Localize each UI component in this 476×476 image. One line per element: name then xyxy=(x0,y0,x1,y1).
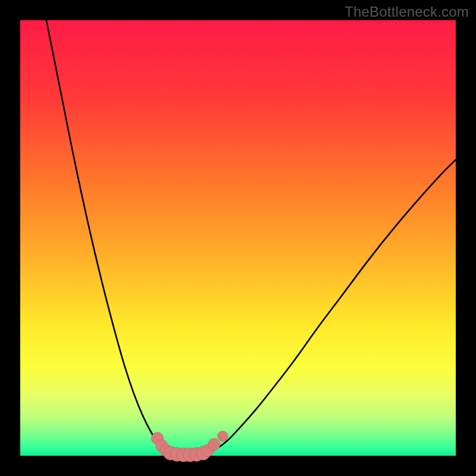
curve-layer xyxy=(20,20,456,456)
data-marker xyxy=(218,431,228,441)
plot-area xyxy=(20,20,456,456)
data-marker xyxy=(208,439,220,451)
curve-right-curve xyxy=(203,159,456,455)
curve-left-curve xyxy=(46,20,173,455)
chart-frame: TheBottleneck.com xyxy=(0,0,476,476)
watermark-text: TheBottleneck.com xyxy=(345,4,469,20)
